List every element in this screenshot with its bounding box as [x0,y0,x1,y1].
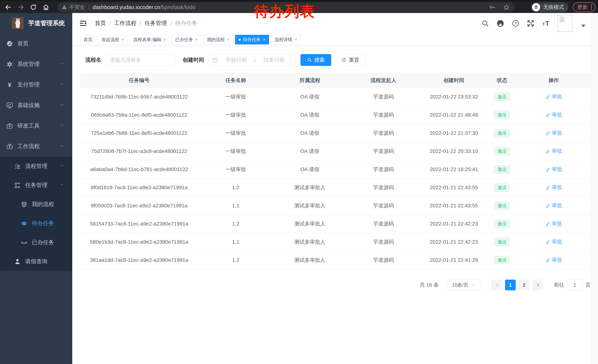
toolbox-icon [6,122,14,129]
github-icon[interactable] [496,19,505,28]
tab-首页[interactable]: 首页 [80,35,96,44]
sidebar-item-首页[interactable]: 首页 [0,33,72,54]
close-icon[interactable]: × [295,37,297,42]
tab-label: 待办任务 [243,37,261,43]
security-status[interactable]: 不安全 [61,4,85,11]
table-row: a6aba0a4-7b6d-11ec-b781-acde48001122一级审批… [80,160,590,178]
approve-link[interactable]: 审批 [545,256,562,263]
cell-initiator: 芋道源码 [346,184,421,191]
reset-icon [341,57,347,63]
cell-initiator: 芋道源码 [346,238,421,245]
fullscreen-icon[interactable] [526,19,535,27]
eye-closed-icon [20,239,28,246]
cell-task-name: 1.1 [198,239,273,245]
approve-link[interactable]: 审批 [545,238,562,245]
back-icon[interactable] [4,3,12,11]
sidebar-item-label: 工作流程 [17,143,40,150]
tab-发起流程[interactable]: 发起流程× [98,35,128,44]
sidebar-logo-row[interactable]: 芋道管理系统 [0,13,72,33]
date-range-picker[interactable]: 开始日期 - 结束日期 [208,54,296,66]
next-page-button[interactable] [532,280,543,290]
breadcrumb-item: 待办任务 [175,19,197,27]
close-icon[interactable]: × [164,37,166,42]
search-button[interactable]: 搜索 [300,54,331,66]
svg-text:T: T [542,22,545,26]
page-size-select[interactable]: 10条/页 [447,280,481,290]
update-label: 更新 [577,4,588,11]
url-text[interactable]: dashboard.yudao.iocoder.cn/bpm/task/todo [93,4,195,10]
sidebar-item-流程管理[interactable]: 流程管理 [0,157,72,176]
approve-link[interactable]: 审批 [545,202,562,209]
reload-icon[interactable] [29,3,37,11]
bookmark-star-icon[interactable] [503,4,510,11]
search-icon[interactable] [481,19,489,27]
approve-link[interactable]: 审批 [545,147,562,155]
sidebar-item-label: 任务管理 [25,181,47,189]
cell-created: 2022-01-21 22:43:55 [421,185,487,191]
sidebar-item-任务管理[interactable]: 任务管理 [0,176,72,195]
incognito-label: 无痕模式 [543,4,564,11]
app-title: 芋道管理系统 [28,19,65,27]
sidebar-item-我的流程[interactable]: 我的流程 [0,195,72,214]
approve-link[interactable]: 审批 [545,166,562,173]
sidebar-item-请假查询[interactable]: 请假查询 [0,252,72,271]
sidebar-item-支付管理[interactable]: ¥支付管理 [0,74,72,95]
breadcrumb-item[interactable]: 任务管理 [145,19,167,27]
table-row: 580e1b3d-7ac8-11ec-a9e2-a2380e71991a1.1测… [80,233,590,251]
collapse-sidebar-icon[interactable] [79,19,87,27]
approve-link[interactable]: 审批 [545,111,562,118]
scrollbar[interactable] [590,13,598,364]
sidebar-item-待办任务[interactable]: 待办任务 [0,214,72,233]
font-size-icon[interactable]: TT [542,19,551,27]
avatar-dropdown-icon[interactable] [581,25,585,27]
goto-label: 前往 [554,281,564,289]
column-header: 创建时间 [421,77,487,84]
table-row: 73211d9d-7b9b-11ec-b5b7-acde48001122一级审批… [80,88,590,106]
svg-text:?: ? [514,21,517,26]
sidebar-item-label: 基础设施 [17,101,40,109]
goto-page-input[interactable] [567,280,582,290]
task-table: 任务编号任务名称所属流程流程发起人创建时间状态操作 73211d9d-7b9b-… [80,73,590,269]
breadcrumb-item[interactable]: 工作流程 [114,19,136,27]
sidebar-item-工作流程[interactable]: 工作流程 [0,136,72,157]
sidebar-item-已办任务[interactable]: 已办任务 [0,233,72,252]
page-button-1[interactable]: 1 [505,280,516,290]
tab-流程表单-编辑[interactable]: 流程表单-编辑× [130,35,170,44]
approve-link[interactable]: 审批 [545,184,562,191]
breadcrumb-separator: / [140,20,141,26]
sidebar-item-基础设施[interactable]: 基础设施 [0,95,72,115]
browser-update-button[interactable]: 更新 [573,2,595,12]
close-icon[interactable]: × [122,37,124,42]
avatar[interactable] [558,15,573,32]
status-badge: 激活 [494,165,510,173]
cell-task-name: 一级审批 [198,129,273,137]
approve-link[interactable]: 审批 [545,129,562,137]
close-icon[interactable]: × [263,37,266,42]
sidebar-item-研发工具[interactable]: 研发工具 [0,115,72,136]
browser-menu-icon[interactable] [591,5,592,10]
breadcrumb: 首页/工作流程/任务管理/待办任务 [95,19,197,27]
active-tab-dot [239,39,241,41]
tab-已办任务[interactable]: 已办任务× [172,35,201,44]
approve-link[interactable]: 审批 [545,93,562,100]
close-icon[interactable]: × [227,37,230,42]
process-name-input[interactable] [105,54,175,66]
tab-流程详情[interactable]: 流程详情× [271,35,301,44]
forward-icon[interactable] [17,3,25,11]
tab-我的流程[interactable]: 我的流程× [203,35,233,44]
close-icon[interactable]: × [195,37,198,42]
reset-button[interactable]: 重置 [336,54,365,66]
breadcrumb-item[interactable]: 首页 [95,19,106,27]
tab-label: 已办任务 [175,37,193,43]
sidebar-item-label: 流程管理 [25,162,47,170]
sidebar-item-系统管理[interactable]: 系统管理 [0,54,72,74]
home-icon[interactable] [42,3,50,11]
approve-link[interactable]: 审批 [545,220,562,227]
tab-待办任务[interactable]: 待办任务× [235,35,269,44]
page-button-2[interactable]: 2 [519,280,530,290]
prev-page-button[interactable] [491,280,502,290]
help-icon[interactable]: ? [512,19,519,27]
cell-task-id: 75d72608-7b7f-11ec-a3c8-acde48001122 [80,148,198,154]
key-icon[interactable] [489,4,496,11]
cell-task-id: 381aa1dd-7ac8-11ec-a9e2-a2380e71991a [80,257,198,263]
